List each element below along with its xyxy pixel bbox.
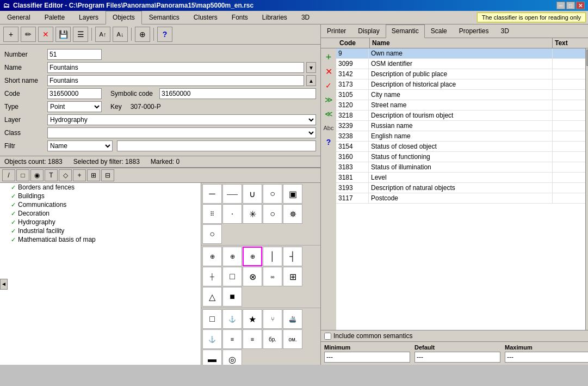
close-button[interactable]: ✕ xyxy=(576,2,585,9)
layers-button[interactable]: ⊕ xyxy=(135,27,150,42)
symbol-r3-2[interactable]: ⚓ xyxy=(222,309,242,329)
symbol-r3-7[interactable]: ≡ xyxy=(222,329,242,349)
symbol-r3-5[interactable]: 🚢 xyxy=(283,309,302,329)
symbol-r2-2[interactable]: ⊕ xyxy=(222,247,242,266)
sem-row-7[interactable]: 3239 Russian name xyxy=(336,121,585,131)
symbol-r3-6[interactable]: ⚓ xyxy=(202,329,222,349)
sem-row-8[interactable]: 3238 English name xyxy=(336,131,585,142)
symbol-r2-5[interactable]: ┤ xyxy=(283,247,302,266)
add-button[interactable]: + xyxy=(3,27,18,42)
sem-row-6[interactable]: 3218 Description of tourism object xyxy=(336,111,585,121)
sem-row-9[interactable]: 3154 Status of closed object xyxy=(336,142,585,152)
add-point-tool[interactable]: + xyxy=(73,169,86,181)
sem-row-0[interactable]: 9 Own name xyxy=(336,48,585,59)
tree-item-decoration[interactable]: ✓ Decoration xyxy=(0,209,201,218)
symbol-r2-12[interactable]: ■ xyxy=(222,287,242,307)
sem-row-3[interactable]: 3173 Description of historical place xyxy=(336,79,585,90)
sort-asc-button[interactable]: A↑ xyxy=(95,27,110,42)
symbol-dash[interactable]: ─ xyxy=(202,184,222,204)
sem-row-2[interactable]: 3142 Description of public place xyxy=(336,69,585,79)
class-select[interactable] xyxy=(47,127,316,138)
tab-semantic[interactable]: Semantic xyxy=(386,24,425,38)
delete-button[interactable]: ✕ xyxy=(38,27,53,42)
symbol-r3-3[interactable]: ★ xyxy=(243,309,262,329)
symbol-r2-1[interactable]: ⊕ xyxy=(202,247,222,266)
sem-check-btn[interactable]: ✓ xyxy=(322,79,335,92)
tree-item-math[interactable]: ✓ Mathematical basis of map xyxy=(0,235,201,244)
rect-tool[interactable]: □ xyxy=(16,169,29,181)
symbol-r3-11[interactable]: ▬ xyxy=(202,350,222,365)
list-button[interactable]: ☰ xyxy=(73,27,88,42)
symbol-r2-3[interactable]: ⊕ xyxy=(243,247,262,266)
symbol-arc[interactable]: ∪ xyxy=(243,184,262,204)
tab-semantics[interactable]: Semantics xyxy=(142,11,187,24)
minimize-button[interactable]: ─ xyxy=(556,2,565,9)
symbol-open-circle[interactable]: ○ xyxy=(202,224,222,244)
tree-item-industrial[interactable]: ✓ Industrial facility xyxy=(0,226,201,235)
symbol-r3-10[interactable]: ом. xyxy=(283,329,302,349)
symbol-r3-9[interactable]: бр. xyxy=(263,329,282,349)
sem-row-10[interactable]: 3160 Status of functioning xyxy=(336,152,585,162)
symbol-ring[interactable]: ○ xyxy=(263,204,282,224)
sem-row-13[interactable]: 3193 Description of natural objects xyxy=(336,183,585,193)
sem-add-btn[interactable]: + xyxy=(322,51,335,64)
group-tool[interactable]: ⊟ xyxy=(101,169,114,181)
line-tool[interactable]: / xyxy=(2,169,15,181)
symbol-r2-7[interactable]: □ xyxy=(222,267,242,286)
text-tool[interactable]: T xyxy=(45,169,58,181)
symbol-r3-12[interactable]: ◎ xyxy=(222,350,242,365)
tab-libraries[interactable]: Libraries xyxy=(255,11,294,24)
tree-collapse-btn[interactable]: ◄ xyxy=(0,279,8,290)
tab-scale[interactable]: Scale xyxy=(425,24,453,38)
poly-tool[interactable]: ◇ xyxy=(59,169,72,181)
filtr-select[interactable]: Name xyxy=(47,140,113,151)
min-input[interactable] xyxy=(324,352,410,363)
sem-abc-btn[interactable]: Abc xyxy=(322,121,335,134)
code-input[interactable] xyxy=(47,88,102,99)
name-down-btn[interactable]: ▼ xyxy=(306,62,316,73)
layer-select[interactable]: Hydrography xyxy=(47,114,316,125)
sort-desc-button[interactable]: A↓ xyxy=(113,27,128,42)
symbol-r3-4[interactable]: ⑂ xyxy=(263,309,282,329)
move-tool[interactable]: ⊞ xyxy=(87,169,100,181)
sem-row-1[interactable]: 3099 OSM identifier xyxy=(336,59,585,69)
sem-row-14[interactable]: 3117 Postcode xyxy=(336,193,585,204)
tree-item-buildings[interactable]: ✓ Buildings xyxy=(0,192,201,200)
symbol-dots[interactable]: ⠿ xyxy=(202,204,222,224)
symbol-r2-4[interactable]: │ xyxy=(263,247,282,266)
symbol-r2-8[interactable]: ⊗ xyxy=(243,267,262,286)
shortname-input[interactable] xyxy=(47,75,304,86)
tree-item-borders[interactable]: ✓ Borders and fences xyxy=(0,183,201,192)
maximize-button[interactable]: □ xyxy=(566,2,575,9)
sem-delete-btn[interactable]: ✕ xyxy=(322,65,335,78)
symbol-r2-6[interactable]: ┼ xyxy=(202,267,222,286)
symbol-r2-11[interactable]: △ xyxy=(202,287,222,307)
symbol-longdash[interactable]: —— xyxy=(222,184,242,204)
tree-item-communications[interactable]: ✓ Communications xyxy=(0,200,201,209)
tab-3d[interactable]: 3D xyxy=(294,11,317,24)
include-common-checkbox[interactable] xyxy=(324,333,331,340)
sem-row-11[interactable]: 3183 Status of illumination xyxy=(336,162,585,173)
tab-clusters[interactable]: Clusters xyxy=(187,11,225,24)
sem-double-check2-btn[interactable]: ≪ xyxy=(322,107,335,120)
tree-item-hydrography[interactable]: ✓ Hydrography xyxy=(0,218,201,226)
symbolic-code-input[interactable] xyxy=(159,88,316,99)
sem-row-4[interactable]: 3105 City name xyxy=(336,90,585,100)
number-input[interactable] xyxy=(47,49,102,60)
sem-double-check-btn[interactable]: ≫ xyxy=(322,93,335,106)
sem-row-5[interactable]: 3120 Street name xyxy=(336,100,585,111)
default-input[interactable] xyxy=(414,352,500,363)
tab-layers[interactable]: Layers xyxy=(72,11,106,24)
symbol-squaredot[interactable]: ▣ xyxy=(283,184,302,204)
max-input[interactable] xyxy=(505,352,588,363)
tab-display[interactable]: Display xyxy=(352,24,385,38)
symbol-asterisk[interactable]: ✵ xyxy=(283,204,302,224)
save-button[interactable]: 💾 xyxy=(55,27,71,42)
symbol-r3-1[interactable]: □ xyxy=(202,309,222,329)
tab-fonts[interactable]: Fonts xyxy=(225,11,255,24)
edit-button[interactable]: ✏ xyxy=(21,27,36,42)
symbol-dot[interactable]: · xyxy=(222,204,242,224)
sem-row-12[interactable]: 3181 Level xyxy=(336,173,585,183)
symbol-circle[interactable]: ○ xyxy=(263,184,282,204)
symbol-r2-9[interactable]: ∞ xyxy=(263,267,282,286)
